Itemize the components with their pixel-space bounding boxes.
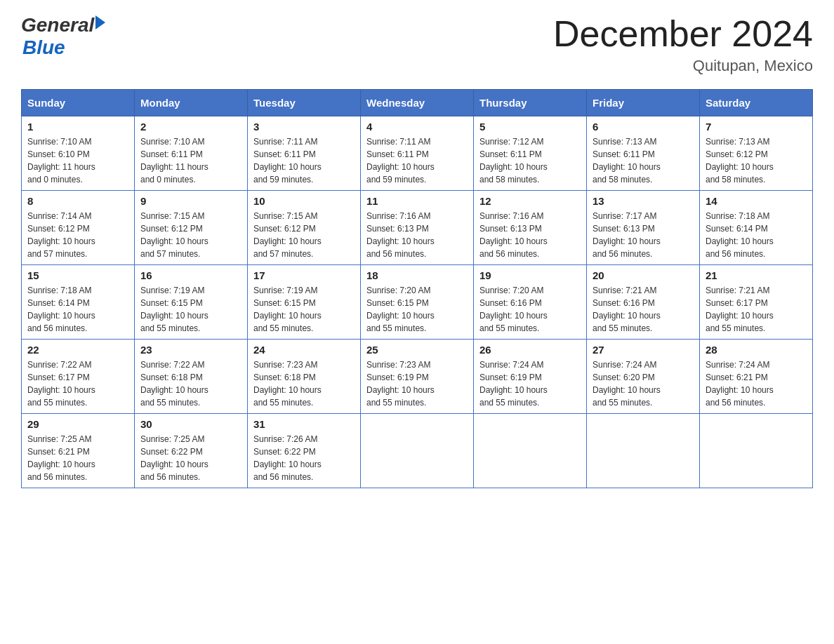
day-number: 21: [706, 269, 807, 281]
day-info: Sunrise: 7:12 AMSunset: 6:11 PMDaylight:…: [479, 135, 581, 186]
calendar-cell: 12Sunrise: 7:16 AMSunset: 6:13 PMDayligh…: [474, 191, 587, 265]
calendar-cell: 10Sunrise: 7:15 AMSunset: 6:12 PMDayligh…: [248, 191, 361, 265]
calendar-week-row: 15Sunrise: 7:18 AMSunset: 6:14 PMDayligh…: [22, 265, 813, 340]
day-number: 18: [366, 269, 468, 281]
day-number: 28: [706, 344, 807, 356]
calendar-cell: [474, 414, 587, 488]
weekday-header-wednesday: Wednesday: [361, 90, 474, 116]
calendar-cell: 16Sunrise: 7:19 AMSunset: 6:15 PMDayligh…: [135, 265, 248, 340]
day-number: 1: [27, 121, 128, 133]
day-info: Sunrise: 7:24 AMSunset: 6:21 PMDaylight:…: [706, 358, 807, 409]
day-info: Sunrise: 7:25 AMSunset: 6:22 PMDaylight:…: [140, 433, 241, 483]
calendar-cell: 31Sunrise: 7:26 AMSunset: 6:22 PMDayligh…: [248, 414, 361, 488]
calendar-cell: 8Sunrise: 7:14 AMSunset: 6:12 PMDaylight…: [22, 191, 135, 265]
weekday-header-tuesday: Tuesday: [248, 90, 361, 116]
day-info: Sunrise: 7:17 AMSunset: 6:13 PMDaylight:…: [593, 210, 694, 260]
day-info: Sunrise: 7:11 AMSunset: 6:11 PMDaylight:…: [253, 135, 355, 186]
calendar-cell: 3Sunrise: 7:11 AMSunset: 6:11 PMDaylight…: [248, 116, 361, 191]
logo-general-text: General: [21, 14, 94, 36]
day-number: 3: [253, 121, 355, 133]
day-number: 23: [140, 344, 241, 356]
weekday-header-row: SundayMondayTuesdayWednesdayThursdayFrid…: [22, 90, 813, 116]
day-info: Sunrise: 7:10 AMSunset: 6:10 PMDaylight:…: [27, 135, 128, 186]
day-number: 11: [366, 195, 468, 207]
day-number: 4: [366, 121, 468, 133]
calendar-cell: 6Sunrise: 7:13 AMSunset: 6:11 PMDaylight…: [587, 116, 700, 191]
calendar-cell: 19Sunrise: 7:20 AMSunset: 6:16 PMDayligh…: [474, 265, 587, 340]
calendar-cell: 1Sunrise: 7:10 AMSunset: 6:10 PMDaylight…: [22, 116, 135, 191]
calendar-cell: 9Sunrise: 7:15 AMSunset: 6:12 PMDaylight…: [135, 191, 248, 265]
logo-blue-text: Blue: [22, 36, 105, 59]
day-info: Sunrise: 7:24 AMSunset: 6:19 PMDaylight:…: [479, 358, 581, 409]
day-number: 29: [27, 418, 128, 430]
day-info: Sunrise: 7:18 AMSunset: 6:14 PMDaylight:…: [706, 210, 807, 260]
title-section: December 2024 Quitupan, Mexico: [553, 14, 813, 75]
day-info: Sunrise: 7:14 AMSunset: 6:12 PMDaylight:…: [27, 210, 128, 260]
calendar-cell: 15Sunrise: 7:18 AMSunset: 6:14 PMDayligh…: [22, 265, 135, 340]
day-info: Sunrise: 7:20 AMSunset: 6:15 PMDaylight:…: [366, 284, 468, 335]
calendar-cell: 7Sunrise: 7:13 AMSunset: 6:12 PMDaylight…: [700, 116, 813, 191]
day-info: Sunrise: 7:25 AMSunset: 6:21 PMDaylight:…: [27, 433, 128, 483]
calendar-cell: 28Sunrise: 7:24 AMSunset: 6:21 PMDayligh…: [700, 340, 813, 414]
calendar-cell: 2Sunrise: 7:10 AMSunset: 6:11 PMDaylight…: [135, 116, 248, 191]
day-number: 20: [593, 269, 694, 281]
calendar-week-row: 22Sunrise: 7:22 AMSunset: 6:17 PMDayligh…: [22, 340, 813, 414]
day-info: Sunrise: 7:16 AMSunset: 6:13 PMDaylight:…: [366, 210, 468, 260]
day-info: Sunrise: 7:26 AMSunset: 6:22 PMDaylight:…: [253, 433, 355, 483]
calendar-cell: 13Sunrise: 7:17 AMSunset: 6:13 PMDayligh…: [587, 191, 700, 265]
location-text: Quitupan, Mexico: [553, 57, 813, 75]
calendar-cell: [361, 414, 474, 488]
calendar-cell: 30Sunrise: 7:25 AMSunset: 6:22 PMDayligh…: [135, 414, 248, 488]
day-number: 6: [593, 121, 694, 133]
day-number: 30: [140, 418, 241, 430]
calendar-cell: [700, 414, 813, 488]
month-title: December 2024: [553, 14, 813, 54]
logo: General Blue: [21, 14, 105, 59]
day-info: Sunrise: 7:13 AMSunset: 6:11 PMDaylight:…: [593, 135, 694, 186]
calendar-cell: 29Sunrise: 7:25 AMSunset: 6:21 PMDayligh…: [22, 414, 135, 488]
calendar-cell: [587, 414, 700, 488]
day-info: Sunrise: 7:18 AMSunset: 6:14 PMDaylight:…: [27, 284, 128, 335]
day-info: Sunrise: 7:15 AMSunset: 6:12 PMDaylight:…: [253, 210, 355, 260]
day-number: 10: [253, 195, 355, 207]
day-number: 19: [479, 269, 581, 281]
day-number: 13: [593, 195, 694, 207]
weekday-header-monday: Monday: [135, 90, 248, 116]
weekday-header-thursday: Thursday: [474, 90, 587, 116]
day-number: 12: [479, 195, 581, 207]
day-info: Sunrise: 7:19 AMSunset: 6:15 PMDaylight:…: [140, 284, 241, 335]
day-info: Sunrise: 7:23 AMSunset: 6:19 PMDaylight:…: [366, 358, 468, 409]
day-number: 16: [140, 269, 241, 281]
day-number: 8: [27, 195, 128, 207]
day-number: 26: [479, 344, 581, 356]
day-info: Sunrise: 7:22 AMSunset: 6:18 PMDaylight:…: [140, 358, 241, 409]
day-info: Sunrise: 7:20 AMSunset: 6:16 PMDaylight:…: [479, 284, 581, 335]
calendar-cell: 25Sunrise: 7:23 AMSunset: 6:19 PMDayligh…: [361, 340, 474, 414]
calendar-week-row: 8Sunrise: 7:14 AMSunset: 6:12 PMDaylight…: [22, 191, 813, 265]
weekday-header-saturday: Saturday: [700, 90, 813, 116]
day-number: 22: [27, 344, 128, 356]
calendar-cell: 27Sunrise: 7:24 AMSunset: 6:20 PMDayligh…: [587, 340, 700, 414]
calendar-cell: 21Sunrise: 7:21 AMSunset: 6:17 PMDayligh…: [700, 265, 813, 340]
calendar-cell: 18Sunrise: 7:20 AMSunset: 6:15 PMDayligh…: [361, 265, 474, 340]
day-info: Sunrise: 7:15 AMSunset: 6:12 PMDaylight:…: [140, 210, 241, 260]
calendar-cell: 24Sunrise: 7:23 AMSunset: 6:18 PMDayligh…: [248, 340, 361, 414]
calendar-cell: 26Sunrise: 7:24 AMSunset: 6:19 PMDayligh…: [474, 340, 587, 414]
day-number: 17: [253, 269, 355, 281]
page-header: General Blue December 2024 Quitupan, Mex…: [21, 14, 813, 75]
day-info: Sunrise: 7:19 AMSunset: 6:15 PMDaylight:…: [253, 284, 355, 335]
logo-arrow-icon: [95, 15, 105, 29]
day-number: 15: [27, 269, 128, 281]
calendar-cell: 23Sunrise: 7:22 AMSunset: 6:18 PMDayligh…: [135, 340, 248, 414]
weekday-header-sunday: Sunday: [22, 90, 135, 116]
calendar-cell: 5Sunrise: 7:12 AMSunset: 6:11 PMDaylight…: [474, 116, 587, 191]
calendar-cell: 11Sunrise: 7:16 AMSunset: 6:13 PMDayligh…: [361, 191, 474, 265]
day-number: 25: [366, 344, 468, 356]
day-info: Sunrise: 7:10 AMSunset: 6:11 PMDaylight:…: [140, 135, 241, 186]
day-info: Sunrise: 7:22 AMSunset: 6:17 PMDaylight:…: [27, 358, 128, 409]
day-number: 5: [479, 121, 581, 133]
day-number: 7: [706, 121, 807, 133]
day-number: 24: [253, 344, 355, 356]
calendar-cell: 4Sunrise: 7:11 AMSunset: 6:11 PMDaylight…: [361, 116, 474, 191]
day-info: Sunrise: 7:24 AMSunset: 6:20 PMDaylight:…: [593, 358, 694, 409]
